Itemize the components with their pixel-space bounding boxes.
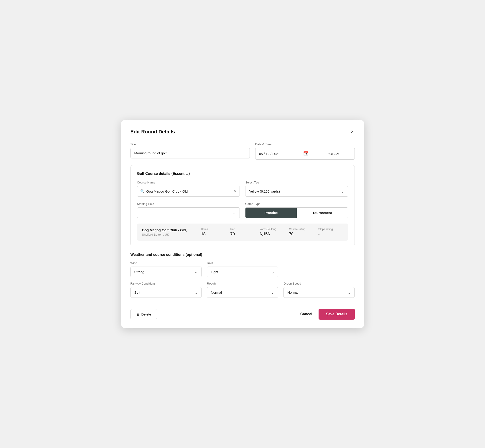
course-info-row: Gog Magog Golf Club - Old, Shelford Bott…: [137, 224, 348, 241]
search-icon: 🔍: [140, 189, 145, 193]
datetime-group: Date & Time 05 / 12 / 2021 📅 7:31 AM: [255, 143, 355, 160]
course-main-name: Gog Magog Golf Club - Old,: [142, 228, 196, 232]
green-speed-wrap: SlowNormalFast ⌄: [283, 287, 355, 298]
datetime-label: Date & Time: [255, 143, 355, 146]
fairway-dropdown[interactable]: SoftNormalFirm: [130, 287, 202, 298]
title-label: Title: [130, 143, 250, 146]
wind-label: Wind: [130, 261, 202, 265]
game-type-label: Game Type: [245, 202, 348, 206]
delete-button[interactable]: 🗑 Delete: [130, 309, 157, 319]
holes-label: Holes: [201, 228, 208, 231]
game-type-group: Game Type Practice Tournament: [245, 202, 348, 218]
starting-hole-wrap: 1234 5678 910 ⌄: [137, 207, 240, 218]
course-rating-value: 70: [289, 232, 293, 237]
rough-group: Rough SoftNormalFirm ⌄: [207, 282, 278, 298]
time-field[interactable]: 7:31 AM: [312, 148, 355, 160]
date-value: 05 / 12 / 2021: [259, 152, 280, 156]
course-rating-stat: Course rating 70: [284, 228, 314, 237]
yards-value: 6,156: [259, 232, 270, 237]
modal-footer: 🗑 Delete Cancel Save Details: [130, 304, 355, 320]
rain-label: Rain: [207, 261, 278, 265]
title-input[interactable]: [130, 148, 250, 159]
select-tee-group: Select Tee Yellow (6,156 yards) White Re…: [245, 181, 348, 197]
green-speed-dropdown[interactable]: SlowNormalFast: [283, 287, 355, 298]
rough-label: Rough: [207, 282, 278, 285]
slope-rating-label: Slope rating: [318, 228, 333, 231]
rain-group: Rain NoneLightModerateHeavy ⌄: [207, 261, 278, 277]
holes-stat: Holes 18: [196, 228, 226, 237]
course-tee-row: Course Name 🔍 ✕ Select Tee Yellow (6,156…: [137, 181, 348, 197]
yards-label: Yards(Yellow): [259, 228, 276, 231]
wind-wrap: NoneLightModerateStrong ⌄: [130, 267, 202, 277]
par-value: 70: [230, 232, 235, 237]
slope-rating-value: -: [318, 232, 320, 237]
date-time-inputs: 05 / 12 / 2021 📅 7:31 AM: [255, 148, 355, 160]
yards-stat: Yards(Yellow) 6,156: [255, 228, 284, 237]
select-tee-dropdown[interactable]: Yellow (6,156 yards) White Red Blue: [245, 186, 348, 197]
wind-rain-row: Wind NoneLightModerateStrong ⌄ Rain None…: [130, 261, 355, 277]
select-tee-label: Select Tee: [245, 181, 348, 184]
holes-value: 18: [201, 232, 206, 237]
title-group: Title: [130, 143, 250, 160]
title-datetime-row: Title Date & Time 05 / 12 / 2021 📅 7:31 …: [130, 143, 355, 160]
green-speed-label: Green Speed: [283, 282, 355, 285]
date-field[interactable]: 05 / 12 / 2021 📅: [255, 148, 312, 160]
wind-group: Wind NoneLightModerateStrong ⌄: [130, 261, 202, 277]
starting-hole-group: Starting Hole 1234 5678 910 ⌄: [137, 202, 240, 218]
clear-course-icon[interactable]: ✕: [234, 189, 237, 193]
save-button[interactable]: Save Details: [319, 309, 355, 320]
footer-right: Cancel Save Details: [300, 309, 355, 320]
course-name-group: Course Name 🔍 ✕: [137, 181, 240, 197]
close-button[interactable]: ×: [350, 128, 355, 135]
course-info-name: Gog Magog Golf Club - Old, Shelford Bott…: [142, 228, 196, 236]
delete-label: Delete: [141, 312, 151, 316]
course-rating-label: Course rating: [289, 228, 305, 231]
starting-hole-dropdown[interactable]: 1234 5678 910: [137, 207, 240, 218]
game-type-toggle: Practice Tournament: [245, 207, 348, 218]
tournament-button[interactable]: Tournament: [297, 208, 348, 218]
fairway-label: Fairway Conditions: [130, 282, 202, 285]
practice-button[interactable]: Practice: [245, 208, 297, 218]
wind-dropdown[interactable]: NoneLightModerateStrong: [130, 267, 202, 277]
modal-title: Edit Round Details: [130, 129, 175, 135]
cancel-button[interactable]: Cancel: [300, 312, 312, 316]
rough-dropdown[interactable]: SoftNormalFirm: [207, 287, 278, 298]
weather-section-title: Weather and course conditions (optional): [130, 253, 355, 257]
trash-icon: 🗑: [136, 312, 140, 316]
golf-course-section: Golf Course details (Essential) Course N…: [130, 165, 355, 246]
par-stat: Par 70: [226, 228, 255, 237]
green-speed-group: Green Speed SlowNormalFast ⌄: [283, 282, 355, 298]
course-name-input[interactable]: [137, 186, 240, 197]
modal-header: Edit Round Details ×: [130, 128, 355, 135]
course-location: Shelford Bottom, UK: [142, 233, 196, 236]
course-name-label: Course Name: [137, 181, 240, 184]
slope-rating-stat: Slope rating -: [314, 228, 343, 237]
rough-wrap: SoftNormalFirm ⌄: [207, 287, 278, 298]
rain-wrap: NoneLightModerateHeavy ⌄: [207, 267, 278, 277]
hole-gametype-row: Starting Hole 1234 5678 910 ⌄ Game Type …: [137, 202, 348, 218]
starting-hole-label: Starting Hole: [137, 202, 240, 206]
rain-dropdown[interactable]: NoneLightModerateHeavy: [207, 267, 278, 277]
par-label: Par: [230, 228, 235, 231]
golf-course-section-title: Golf Course details (Essential): [137, 172, 348, 176]
course-name-search-wrap: 🔍 ✕: [137, 186, 240, 197]
edit-round-modal: Edit Round Details × Title Date & Time 0…: [121, 120, 364, 328]
calendar-icon: 📅: [303, 151, 308, 156]
weather-section: Weather and course conditions (optional)…: [130, 253, 355, 298]
fairway-rough-green-row: Fairway Conditions SoftNormalFirm ⌄ Roug…: [130, 282, 355, 298]
time-value: 7:31 AM: [327, 152, 340, 156]
fairway-wrap: SoftNormalFirm ⌄: [130, 287, 202, 298]
fairway-group: Fairway Conditions SoftNormalFirm ⌄: [130, 282, 202, 298]
select-tee-wrap: Yellow (6,156 yards) White Red Blue ⌄: [245, 186, 348, 197]
